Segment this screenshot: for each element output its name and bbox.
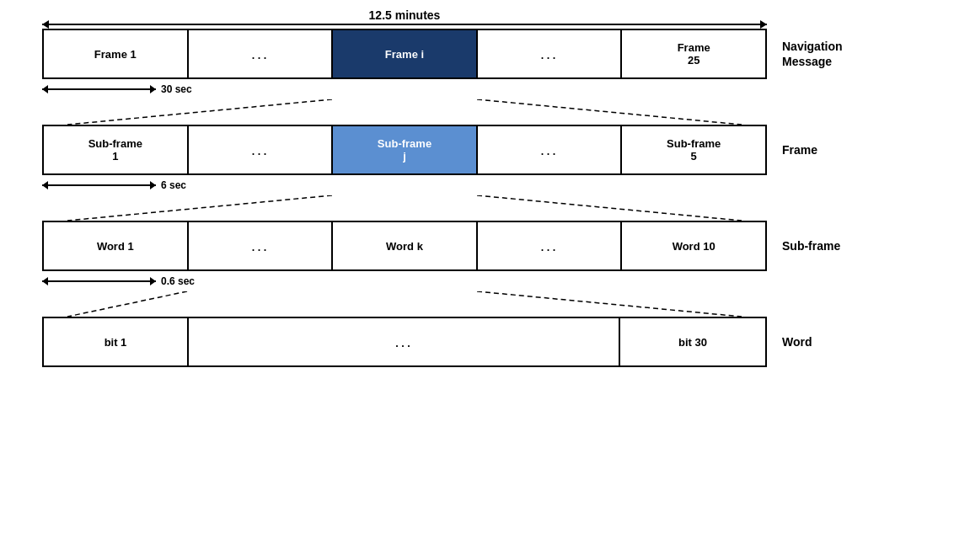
subframej-cell: Sub-frame j	[333, 126, 478, 173]
dashes-3-4	[42, 291, 767, 317]
diagram: 12.5 minutes Frame 1 ... Frame i ... Fra…	[0, 0, 954, 560]
subframe-dur-line	[42, 280, 156, 282]
connector-3-4	[42, 291, 767, 317]
nav-frame25-cell: Frame 25	[622, 30, 765, 77]
subframe-label: Sub-frame	[782, 238, 875, 253]
top-arrow-line	[42, 24, 767, 25]
dashes-1-2	[42, 99, 767, 125]
svg-line-1	[477, 99, 742, 125]
subframe5-cell: Sub-frame 5	[622, 126, 765, 173]
word-dots-cell: ...	[189, 318, 620, 365]
dashes-2-3	[42, 195, 767, 221]
nav-duration-arrow: 30 sec	[42, 83, 192, 95]
word-label: Word	[782, 334, 875, 349]
subframe-row: Word 1 ... Word k ... Word 10 Sub-frame	[17, 221, 937, 271]
svg-line-0	[67, 99, 332, 125]
frame-duration-arrow: 6 sec	[42, 179, 186, 191]
word-row: bit 1 ... bit 30 Word	[17, 317, 937, 367]
frame-dur-line	[42, 184, 156, 186]
nav-duration-row: 30 sec	[42, 81, 937, 98]
svg-line-3	[477, 195, 742, 221]
subframe-duration-row: 0.6 sec	[42, 273, 937, 290]
nav-dots2-cell: ...	[478, 30, 623, 77]
bit30-cell: bit 30	[620, 318, 765, 365]
nav-framei-cell: Frame i	[333, 30, 478, 77]
subframe-bar: Word 1 ... Word k ... Word 10	[42, 221, 767, 271]
word-bar: bit 1 ... bit 30	[42, 317, 767, 367]
top-double-arrow	[42, 24, 767, 25]
frame-dots2-cell: ...	[478, 126, 623, 173]
subframe1-cell: Sub-frame 1	[44, 126, 189, 173]
nav-dur-line	[42, 88, 156, 90]
top-arrow-container: 12.5 minutes	[42, 8, 767, 25]
frame-dots1-cell: ...	[189, 126, 334, 173]
wordk-cell: Word k	[333, 222, 478, 269]
connector-2-3	[42, 195, 767, 221]
frame-row: Sub-frame 1 ... Sub-frame j ... Sub-fram…	[17, 125, 937, 175]
subframe-dots1-cell: ...	[189, 222, 334, 269]
subframe-duration-arrow: 0.6 sec	[42, 275, 195, 287]
nav-message-row: Frame 1 ... Frame i ... Frame 25 Navigat…	[17, 29, 937, 79]
word1-cell: Word 1	[44, 222, 189, 269]
svg-line-2	[67, 195, 332, 221]
subframe-dur-label: 0.6 sec	[161, 275, 195, 287]
subframe-dots2-cell: ...	[478, 222, 623, 269]
nav-dots1-cell: ...	[189, 30, 334, 77]
connector-1-2	[42, 99, 767, 125]
word10-cell: Word 10	[622, 222, 765, 269]
frame-duration-row: 6 sec	[42, 177, 937, 194]
frame-bar: Sub-frame 1 ... Sub-frame j ... Sub-fram…	[42, 125, 767, 175]
frame-dur-label: 6 sec	[161, 179, 186, 191]
svg-line-5	[477, 291, 742, 317]
svg-line-4	[67, 291, 187, 317]
nav-dur-label: 30 sec	[161, 83, 192, 95]
nav-frame1-cell: Frame 1	[44, 30, 189, 77]
frame-label: Frame	[782, 142, 875, 157]
bit1-cell: bit 1	[44, 318, 189, 365]
nav-message-bar: Frame 1 ... Frame i ... Frame 25	[42, 29, 767, 79]
top-duration-label: 12.5 minutes	[369, 8, 441, 22]
nav-message-label: Navigation Message	[782, 39, 875, 69]
